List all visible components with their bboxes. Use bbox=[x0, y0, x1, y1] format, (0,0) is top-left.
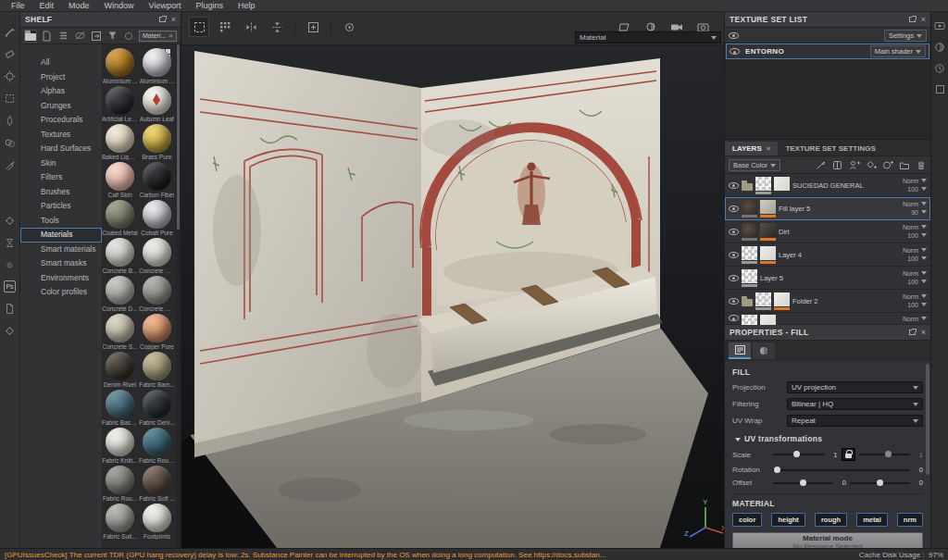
shelf-category-tools[interactable]: Tools bbox=[20, 214, 102, 229]
material-autumn-leaf[interactable]: Autumn Leaf bbox=[139, 86, 176, 124]
add-mask-icon[interactable] bbox=[831, 159, 843, 171]
projection-dropdown[interactable]: UV projection bbox=[787, 381, 923, 393]
material-fabric-soft[interactable]: Fabric Soft ... bbox=[139, 466, 176, 504]
shelf-category-textures[interactable]: Textures bbox=[20, 128, 102, 143]
scale-value-y[interactable]: 1 bbox=[914, 451, 923, 459]
opacity-dropdown[interactable]: 100 bbox=[907, 255, 927, 263]
layer-visibility-icon[interactable] bbox=[729, 229, 739, 235]
popout-icon[interactable] bbox=[159, 17, 166, 22]
properties-scrollbar[interactable] bbox=[926, 364, 929, 475]
delete-layer-icon[interactable] bbox=[915, 159, 927, 171]
scale-slider-y[interactable] bbox=[859, 454, 911, 455]
blend-mode-dropdown[interactable]: Norm bbox=[903, 269, 927, 278]
paint-brush-icon[interactable] bbox=[4, 25, 17, 38]
layer-visibility-icon[interactable] bbox=[729, 275, 739, 281]
material-footprints[interactable]: Footprints bbox=[139, 504, 176, 541]
material-fabric-rou[interactable]: Fabric Rou... bbox=[102, 466, 139, 504]
layer-row-suciedad-general[interactable]: SUCIEDAD GENERALNorm100 bbox=[725, 174, 930, 197]
viewport-shader-dropdown[interactable]: Material bbox=[575, 31, 721, 44]
layer-mask-thumbnail[interactable] bbox=[755, 177, 771, 194]
close-icon[interactable]: × bbox=[921, 15, 926, 24]
layer-visibility-icon[interactable] bbox=[729, 252, 739, 258]
uv-wrap-dropdown[interactable]: Repeat bbox=[787, 415, 923, 427]
menu-file[interactable]: File bbox=[4, 1, 32, 10]
shader-settings-icon[interactable] bbox=[934, 42, 945, 53]
shelf-category-alphas[interactable]: Alphas bbox=[20, 84, 102, 99]
material-calf-skin[interactable]: Calf Skin bbox=[102, 162, 139, 200]
layer-visibility-icon[interactable] bbox=[729, 298, 739, 305]
history-hourglass-icon[interactable] bbox=[4, 236, 17, 249]
layer-row-layer-5[interactable]: Layer 5Norm100 bbox=[725, 267, 930, 290]
material-artificial-lea[interactable]: Artificial Lea... bbox=[102, 86, 139, 124]
gpu-warning-text[interactable]: [GPUIssuesCheck] The current TDR (GPU ha… bbox=[5, 551, 605, 559]
layer-mask-thumbnail[interactable] bbox=[742, 315, 757, 325]
filter-tag-materials[interactable]: Materi...× bbox=[139, 31, 177, 42]
shelf-category-environments[interactable]: Environments bbox=[20, 271, 102, 286]
material-fabric-base[interactable]: Fabric Base... bbox=[102, 390, 139, 428]
material-concrete-s[interactable]: Concrete S... bbox=[102, 314, 139, 352]
tab-layers[interactable]: LAYERS× bbox=[725, 142, 778, 156]
popout-icon[interactable] bbox=[909, 17, 916, 22]
scale-value-x[interactable]: 1 bbox=[829, 451, 838, 459]
material-copper-pure[interactable]: Copper Pure bbox=[139, 314, 176, 352]
layer-mask-thumbnail[interactable] bbox=[742, 269, 757, 287]
tab-close-icon[interactable]: × bbox=[767, 144, 771, 153]
settings-gear-icon[interactable] bbox=[4, 214, 17, 227]
shelf-category-materials[interactable]: Materials bbox=[20, 228, 102, 243]
menu-plugins[interactable]: Plugins bbox=[188, 1, 231, 10]
layer-content-thumbnail[interactable] bbox=[760, 246, 776, 264]
document-plugin-icon[interactable] bbox=[4, 302, 17, 315]
eraser-icon[interactable] bbox=[4, 47, 17, 60]
filter-tag-remove-icon[interactable]: × bbox=[168, 31, 173, 40]
offset-slider-y[interactable] bbox=[850, 482, 910, 484]
menu-help[interactable]: Help bbox=[231, 1, 263, 10]
smudge-icon[interactable] bbox=[4, 114, 17, 127]
channel-button-rough[interactable]: rough bbox=[815, 513, 847, 527]
layer-mask-thumbnail[interactable] bbox=[742, 200, 757, 218]
popout-icon[interactable] bbox=[909, 330, 916, 335]
texture-set-row-entorno[interactable]: ENTORNO Main shader bbox=[726, 44, 929, 59]
shelf-category-skin[interactable]: Skin bbox=[20, 156, 102, 171]
channel-filter-dropdown[interactable]: Base Color bbox=[729, 159, 780, 171]
add-view-icon[interactable] bbox=[303, 17, 323, 37]
tab-fill-properties[interactable] bbox=[729, 342, 751, 359]
scale-lock-button[interactable] bbox=[842, 448, 855, 461]
material-mode-button[interactable]: Material mode No Resource Selected bbox=[732, 532, 923, 548]
layer-row-layer-4[interactable]: Layer 4Norm100 bbox=[725, 243, 930, 267]
hide-resources-icon[interactable] bbox=[73, 30, 86, 43]
shelf-category-particles[interactable]: Particles bbox=[20, 199, 102, 214]
tab-texture-set-settings[interactable]: TEXTURE SET SETTINGS bbox=[778, 142, 882, 156]
material-concrete-b[interactable]: Concrete B... bbox=[102, 238, 139, 276]
material-fabric-bam[interactable]: Fabric Bam... bbox=[139, 352, 176, 390]
blend-mode-dropdown[interactable]: Norm bbox=[903, 246, 927, 255]
material-brass-pure[interactable]: Brass Pure bbox=[139, 124, 176, 162]
blend-mode-dropdown[interactable]: Norm bbox=[903, 177, 927, 185]
materials-scrollbar[interactable] bbox=[176, 44, 181, 548]
shelf-category-brushes[interactable]: Brushes bbox=[20, 185, 102, 200]
tile-grid-icon[interactable] bbox=[215, 17, 235, 37]
tab-material-properties[interactable] bbox=[753, 342, 775, 359]
layer-visibility-icon[interactable] bbox=[729, 182, 739, 189]
material-carbon-fiber[interactable]: Carbon Fiber bbox=[139, 162, 176, 200]
add-effect-icon[interactable] bbox=[815, 159, 827, 171]
blend-mode-dropdown[interactable]: Norm bbox=[903, 223, 927, 231]
projection-icon[interactable] bbox=[4, 69, 17, 82]
offset-value-x[interactable]: 0 bbox=[837, 479, 846, 487]
material-fabric-knitt[interactable]: Fabric Knitt... bbox=[102, 428, 139, 466]
material-coated-metal[interactable]: Coated Metal bbox=[102, 200, 139, 238]
channel-button-color[interactable]: color bbox=[732, 513, 762, 527]
add-folder-icon[interactable] bbox=[898, 159, 910, 171]
layer-row-partial[interactable]: Norm bbox=[725, 313, 930, 325]
menu-viewport[interactable]: Viewport bbox=[142, 1, 189, 10]
layer-content-thumbnail[interactable] bbox=[774, 177, 790, 194]
layer-row-dirt[interactable]: DirtNorm100 bbox=[725, 220, 930, 243]
shelf-category-hard-surfaces[interactable]: Hard Surfaces bbox=[20, 142, 102, 156]
list-view-icon[interactable] bbox=[57, 30, 70, 43]
material-baked-light[interactable]: Baked Light... bbox=[102, 124, 139, 162]
rotation-value[interactable]: 0 bbox=[914, 466, 923, 474]
layer-visibility-icon[interactable] bbox=[729, 205, 739, 212]
opacity-dropdown[interactable]: 100 bbox=[907, 278, 927, 286]
layer-content-thumbnail[interactable] bbox=[760, 315, 776, 325]
opacity-dropdown[interactable]: 100 bbox=[907, 301, 927, 309]
material-concrete-si[interactable]: Concrete Si... bbox=[139, 276, 176, 314]
